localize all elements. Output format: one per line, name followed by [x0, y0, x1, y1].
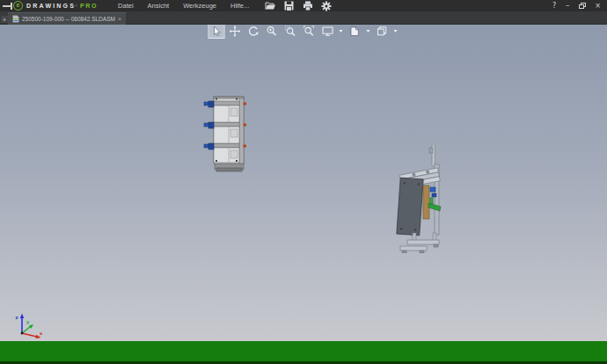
fullscreen-tool-button[interactable]: [320, 25, 335, 38]
pan-tool-button[interactable]: [228, 25, 243, 38]
model-vertical-fixture-assembly[interactable]: [393, 145, 450, 253]
ground-plane: [0, 341, 607, 361]
menu-hilfe[interactable]: Hilfe...: [224, 1, 255, 11]
document-tab-label: 250500-109-000 -- 060842.SLDASM: [22, 16, 115, 22]
logo-e-icon: e: [13, 1, 23, 11]
title-bar: e DRAWINGS ® PRO Datei Ansicht Werkzeuge…: [0, 0, 607, 11]
triad-z-label: z: [16, 315, 18, 320]
logo-bar-icon: [11, 3, 12, 10]
save-button[interactable]: [282, 1, 296, 11]
zoom-fit-tool-button[interactable]: [302, 25, 317, 38]
zoom-window-icon: [285, 25, 296, 37]
view-orientation-icon: [349, 25, 361, 37]
view-toolbar: [209, 25, 399, 38]
edrawings-logo: e DRAWINGS ® PRO: [3, 1, 98, 11]
tab-close-button[interactable]: ×: [118, 16, 121, 23]
new-tab-button[interactable]: +: [1, 16, 8, 23]
print-icon: [303, 1, 313, 11]
select-tool-button[interactable]: [209, 25, 224, 38]
display-style-tool-button[interactable]: [375, 25, 390, 38]
quick-toolbar: [264, 1, 333, 11]
options-gear-icon: [321, 1, 332, 11]
zoom-fit-icon: [304, 25, 315, 37]
document-file-icon: [12, 15, 19, 23]
3d-viewport[interactable]: [0, 24, 607, 341]
coordinate-triad: z y x: [14, 310, 48, 340]
zoom-inout-icon: [267, 25, 278, 37]
save-floppy-icon: [284, 1, 294, 11]
triad-x-label: x: [40, 331, 43, 336]
menu-datei[interactable]: Datei: [112, 1, 140, 11]
restore-button[interactable]: [577, 2, 587, 11]
model-stacked-module-assembly[interactable]: [202, 92, 250, 173]
logo-dash-icon: [3, 5, 11, 7]
window-controls: ? – ×: [551, 2, 603, 11]
edrawings-window: e DRAWINGS ® PRO Datei Ansicht Werkzeuge…: [0, 0, 607, 364]
display-style-dropdown-icon[interactable]: [394, 30, 398, 33]
triad-y-label: y: [26, 319, 30, 325]
zoom-window-tool-button[interactable]: [283, 25, 298, 38]
fullscreen-dropdown-icon[interactable]: [340, 30, 343, 33]
view-orientation-tool-button[interactable]: [347, 25, 362, 38]
logo-drawings-text: DRAWINGS: [26, 3, 76, 9]
logo-registered-mark: ®: [75, 4, 77, 8]
fullscreen-monitor-icon: [321, 25, 333, 37]
menu-werkzeuge[interactable]: Werkzeuge: [177, 1, 223, 11]
zoom-tool-button[interactable]: [265, 25, 280, 38]
options-button[interactable]: [319, 1, 333, 11]
select-arrow-icon: [211, 25, 223, 37]
open-folder-icon: [265, 1, 276, 11]
menu-bar: Datei Ansicht Werkzeuge Hilfe...: [112, 1, 255, 11]
document-tab[interactable]: 250500-109-000 -- 060842.SLDASM ×: [8, 12, 126, 25]
rotate-icon: [248, 25, 260, 37]
logo-pro-text: PRO: [80, 3, 98, 9]
tab-bar: + 250500-109-000 -- 060842.SLDASM ×: [0, 11, 607, 25]
close-button[interactable]: ×: [593, 2, 603, 11]
rotate-tool-button[interactable]: [246, 25, 261, 38]
display-style-cube-icon: [377, 25, 388, 37]
view-orientation-dropdown-icon[interactable]: [367, 30, 370, 33]
pan-icon: [230, 25, 241, 37]
restore-icon: [579, 3, 585, 8]
minimize-button[interactable]: –: [564, 2, 571, 11]
open-file-button[interactable]: [264, 1, 277, 11]
help-button[interactable]: ?: [551, 2, 558, 11]
print-button[interactable]: [301, 1, 314, 11]
menu-ansicht[interactable]: Ansicht: [142, 1, 176, 11]
